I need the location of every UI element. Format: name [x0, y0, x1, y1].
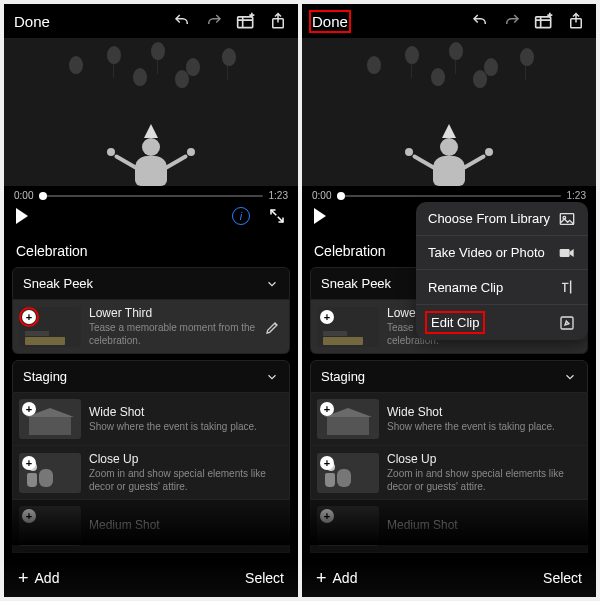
menu-label: Choose From Library — [428, 211, 550, 226]
clip-lower-third[interactable]: + Lower Third Tease a memorable moment f… — [12, 300, 290, 354]
add-clip-icon[interactable]: + — [320, 402, 334, 416]
playback-controls: i — [4, 203, 298, 233]
clip-title: Wide Shot — [387, 405, 581, 419]
add-clip-icon[interactable]: + — [22, 456, 36, 470]
add-clip-icon[interactable]: + — [320, 456, 334, 470]
group-header-staging[interactable]: Staging — [12, 360, 290, 393]
scrubber[interactable]: 0:00 1:23 — [4, 186, 298, 203]
bottom-bar: +Add Select — [4, 559, 298, 597]
clip-info: Medium Shot — [387, 518, 581, 534]
photo-icon — [558, 212, 576, 226]
group-staging: Staging + Wide Shot Show where the event… — [302, 360, 596, 553]
done-button[interactable]: Done — [14, 13, 50, 30]
add-media-icon[interactable] — [236, 11, 256, 31]
clip-info: Close Up Zoom in and show special elemen… — [387, 452, 581, 493]
share-icon[interactable] — [268, 11, 288, 31]
time-total: 1:23 — [567, 190, 586, 201]
clip-thumbnail: + — [19, 399, 81, 439]
group-title: Sneak Peek — [321, 276, 391, 291]
menu-label: Edit Clip — [428, 314, 482, 331]
group-title: Sneak Peek — [23, 276, 93, 291]
video-preview[interactable] — [302, 38, 596, 186]
video-preview[interactable] — [4, 38, 298, 186]
svg-rect-7 — [561, 317, 573, 329]
done-button[interactable]: Done — [312, 13, 348, 30]
add-clip-icon[interactable]: + — [22, 402, 36, 416]
clip-thumbnail: + — [317, 506, 379, 546]
bottom-bar: +Add Select — [302, 559, 596, 597]
group-title: Staging — [23, 369, 67, 384]
section-title: Celebration — [4, 233, 298, 267]
clip-medium-shot[interactable]: + Medium Shot — [310, 500, 588, 553]
menu-choose-library[interactable]: Choose From Library — [416, 202, 588, 236]
svg-rect-6 — [560, 249, 570, 257]
menu-take-video[interactable]: Take Video or Photo — [416, 236, 588, 270]
menu-label: Take Video or Photo — [428, 245, 545, 260]
redo-icon[interactable] — [502, 11, 522, 31]
right-pane: Done 0:00 1:23 i Celebration — [302, 4, 596, 597]
camera-icon — [558, 247, 576, 259]
topbar: Done — [302, 4, 596, 38]
group-sneak-peek: Sneak Peek + Lower Third Tease a memorab… — [4, 267, 298, 354]
undo-icon[interactable] — [172, 11, 192, 31]
clip-desc: Show where the event is taking place. — [387, 421, 581, 434]
clip-desc: Show where the event is taking place. — [89, 421, 283, 434]
share-icon[interactable] — [566, 11, 586, 31]
chevron-down-icon — [265, 370, 279, 384]
clip-title: Close Up — [89, 452, 283, 466]
clip-close-up[interactable]: + Close Up Zoom in and show special elem… — [310, 446, 588, 500]
chevron-down-icon — [563, 370, 577, 384]
clip-title: Medium Shot — [387, 518, 581, 532]
menu-rename-clip[interactable]: Rename Clip — [416, 270, 588, 305]
add-clip-icon[interactable]: + — [22, 310, 36, 324]
svg-rect-0 — [238, 17, 253, 28]
undo-icon[interactable] — [470, 11, 490, 31]
redo-icon[interactable] — [204, 11, 224, 31]
clip-wide-shot[interactable]: + Wide Shot Show where the event is taki… — [12, 393, 290, 446]
chevron-down-icon — [265, 277, 279, 291]
clip-title: Wide Shot — [89, 405, 283, 419]
preview-figure — [135, 124, 167, 186]
edit-pencil-icon[interactable] — [265, 319, 283, 335]
play-button[interactable] — [314, 208, 326, 224]
clip-desc: Tease a memorable moment from the celebr… — [89, 322, 257, 347]
fullscreen-icon[interactable] — [268, 207, 286, 225]
clip-thumbnail: + — [19, 453, 81, 493]
scrubber-track[interactable] — [39, 195, 262, 197]
select-button[interactable]: Select — [543, 570, 582, 586]
scrubber[interactable]: 0:00 1:23 — [302, 186, 596, 203]
clip-medium-shot[interactable]: + Medium Shot — [12, 500, 290, 553]
add-clip-icon[interactable]: + — [320, 509, 334, 523]
menu-edit-clip[interactable]: Edit Clip — [416, 305, 588, 340]
time-current: 0:00 — [312, 190, 331, 201]
clip-close-up[interactable]: + Close Up Zoom in and show special elem… — [12, 446, 290, 500]
clip-thumbnail: + — [317, 399, 379, 439]
topbar-actions — [172, 11, 288, 31]
group-header-staging[interactable]: Staging — [310, 360, 588, 393]
clip-wide-shot[interactable]: + Wide Shot Show where the event is taki… — [310, 393, 588, 446]
scrubber-track[interactable] — [337, 195, 560, 197]
topbar-actions — [470, 11, 586, 31]
time-current: 0:00 — [14, 190, 33, 201]
clip-thumbnail: + — [317, 307, 379, 347]
clip-thumbnail: + — [317, 453, 379, 493]
add-button[interactable]: +Add — [316, 569, 357, 587]
topbar: Done — [4, 4, 298, 38]
time-total: 1:23 — [269, 190, 288, 201]
info-icon[interactable]: i — [232, 207, 250, 225]
select-button[interactable]: Select — [245, 570, 284, 586]
left-pane: Done 0:00 1:23 i Celebration — [4, 4, 298, 597]
add-button[interactable]: +Add — [18, 569, 59, 587]
clip-info: Lower Third Tease a memorable moment fro… — [89, 306, 257, 347]
add-media-icon[interactable] — [534, 11, 554, 31]
add-clip-icon[interactable]: + — [22, 509, 36, 523]
clip-context-menu: Choose From Library Take Video or Photo … — [416, 202, 588, 340]
clip-title: Close Up — [387, 452, 581, 466]
add-clip-icon[interactable]: + — [320, 310, 334, 324]
text-cursor-icon — [558, 279, 576, 295]
clip-thumbnail: + — [19, 506, 81, 546]
menu-label: Rename Clip — [428, 280, 503, 295]
group-staging: Staging + Wide Shot Show where the event… — [4, 360, 298, 553]
play-button[interactable] — [16, 208, 28, 224]
group-header-sneak[interactable]: Sneak Peek — [12, 267, 290, 300]
